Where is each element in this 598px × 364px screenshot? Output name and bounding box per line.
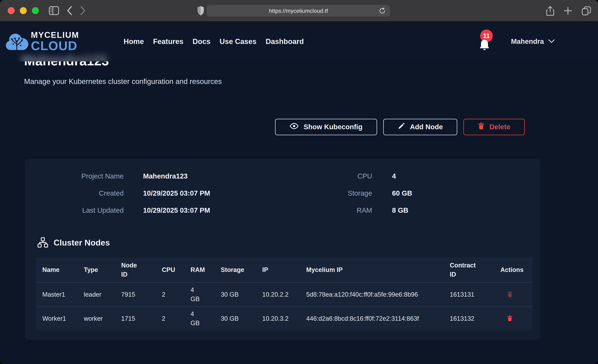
nav-link-dashboard[interactable]: Dashboard — [266, 37, 304, 46]
new-tab-icon[interactable] — [564, 6, 573, 15]
chevron-down-icon — [548, 39, 555, 44]
sidebar-toggle-icon[interactable] — [49, 6, 59, 15]
col-header-mycelium-ip: Mycelium IP — [300, 265, 444, 274]
delete-label: Delete — [490, 123, 510, 131]
created-value: 10/29/2025 03:07 PM — [143, 188, 210, 199]
node-cpu: 2 — [156, 290, 184, 299]
cpu-value: 4 — [392, 171, 396, 182]
info-row-cpu: CPU 4 — [297, 171, 530, 182]
page-subtitle: Manage your Kubernetes cluster configura… — [24, 77, 598, 86]
back-icon[interactable] — [67, 6, 72, 15]
user-menu[interactable]: Mahendra — [511, 38, 555, 45]
trash-icon — [507, 315, 513, 322]
nodes-table: Name Type Node ID CPU RAM Storage IP Myc… — [36, 257, 532, 331]
storage-value: 60 GB — [392, 188, 412, 199]
node-contract-id: 1613131 — [444, 290, 494, 299]
node-id: 7915 — [115, 290, 156, 299]
tab-overview-icon[interactable] — [581, 6, 591, 16]
nav-link-docs[interactable]: Docs — [192, 37, 210, 46]
cluster-details-panel: Project Name Mahendra123 Created 10/29/2… — [25, 159, 540, 340]
add-node-label: Add Node — [410, 123, 443, 131]
info-row-created: Created 10/29/2025 03:07 PM — [25, 188, 297, 199]
blurred-title-behind-navbar: Mahendra123 — [22, 52, 106, 61]
node-actions — [494, 291, 532, 298]
node-mycelium-ip: 5d8:78ea:a120:f40c:ff0f:a5fe:99e6:8b96 — [300, 290, 444, 299]
browser-window: https://myceliumcloud.tf — [0, 0, 598, 364]
col-header-storage: Storage — [215, 265, 256, 274]
ram-value: 8 GB — [392, 205, 408, 216]
col-header-contract-id: Contract ID — [444, 261, 494, 279]
col-header-type: Type — [78, 265, 115, 274]
share-icon[interactable] — [546, 6, 555, 16]
ram-label: RAM — [297, 205, 372, 216]
nodes-table-header: Name Type Node ID CPU RAM Storage IP Myc… — [36, 257, 532, 282]
created-label: Created — [25, 188, 124, 199]
add-node-button[interactable]: Add Node — [383, 119, 457, 135]
col-header-cpu: CPU — [156, 265, 184, 274]
privacy-shield-icon[interactable] — [197, 6, 205, 16]
storage-label: Storage — [297, 188, 372, 199]
logo-word-mycelium: MYCELIUM — [31, 31, 79, 39]
trash-icon — [507, 291, 513, 298]
col-header-name: Name — [36, 265, 78, 274]
forward-icon[interactable] — [80, 6, 86, 15]
user-name: Mahendra — [511, 38, 544, 45]
node-ram: 4 GB — [184, 309, 215, 328]
delete-node-button[interactable] — [507, 315, 513, 322]
reload-icon[interactable] — [379, 7, 386, 14]
cluster-info: Project Name Mahendra123 Created 10/29/2… — [25, 171, 540, 216]
node-contract-id: 1613132 — [444, 314, 494, 323]
address-bar[interactable]: https://myceliumcloud.tf — [207, 5, 390, 17]
notifications-button[interactable]: 11 — [479, 32, 491, 51]
cluster-nodes-icon — [37, 237, 48, 248]
top-navbar: Mahendra123 — [0, 22, 598, 61]
node-storage: 30 GB — [215, 290, 256, 299]
project-name-value: Mahendra123 — [143, 171, 188, 182]
show-kubeconfig-button[interactable]: Show Kubeconfig — [275, 119, 377, 135]
delete-node-button[interactable] — [507, 291, 513, 298]
node-type: leader — [78, 290, 115, 299]
node-name: Master1 — [36, 290, 78, 299]
col-header-actions: Actions — [494, 265, 532, 274]
table-row: Worker1 worker 1715 2 4 GB 30 GB 10.20.3… — [36, 306, 532, 331]
info-row-storage: Storage 60 GB — [297, 188, 530, 199]
info-row-project-name: Project Name Mahendra123 — [25, 171, 297, 182]
info-row-ram: RAM 8 GB — [297, 205, 530, 216]
nav-link-features[interactable]: Features — [153, 37, 183, 46]
table-row: Master1 leader 7915 2 4 GB 30 GB 10.20.2… — [36, 282, 532, 306]
minimize-window-button[interactable] — [20, 7, 27, 14]
zoom-window-button[interactable] — [32, 7, 39, 14]
nav-links: Home Features Docs Use Cases Dashboard — [124, 37, 304, 46]
delete-cluster-button[interactable]: Delete — [463, 119, 525, 135]
node-ram: 4 GB — [184, 285, 215, 304]
trash-icon — [478, 123, 484, 131]
nav-link-use-cases[interactable]: Use Cases — [220, 37, 257, 46]
nav-link-home[interactable]: Home — [124, 37, 144, 46]
last-updated-value: 10/29/2025 03:07 PM — [143, 205, 210, 216]
eye-icon — [290, 123, 299, 131]
traffic-lights — [8, 7, 39, 14]
node-type: worker — [78, 314, 115, 323]
logo-word-cloud: CLOUD — [31, 40, 79, 52]
node-mycelium-ip: 446:d2a6:8bcd:8c16:ff0f:72e2:3114:863f — [300, 314, 444, 323]
col-header-ram: RAM — [184, 265, 215, 274]
node-storage: 30 GB — [215, 314, 256, 323]
node-actions — [494, 315, 532, 322]
bell-icon — [479, 39, 490, 51]
page: Mahendra123 — [0, 22, 598, 364]
cluster-nodes-title: Cluster Nodes — [54, 238, 110, 248]
mycelium-cloud-logo[interactable]: MYCELIUM CLOUD — [5, 30, 79, 53]
col-header-ip: IP — [256, 265, 300, 274]
cluster-actions: Show Kubeconfig Add Node — [0, 119, 525, 135]
node-name: Worker1 — [36, 314, 78, 323]
last-updated-label: Last Updated — [25, 205, 124, 216]
node-ip: 10.20.3.2 — [256, 314, 300, 323]
browser-toolbar: https://myceliumcloud.tf — [0, 0, 598, 22]
close-window-button[interactable] — [8, 7, 15, 14]
node-cpu: 2 — [156, 314, 184, 323]
pencil-icon — [398, 123, 405, 131]
col-header-node-id: Node ID — [115, 261, 156, 279]
cluster-nodes-heading: Cluster Nodes — [37, 237, 540, 248]
info-row-last-updated: Last Updated 10/29/2025 03:07 PM — [25, 205, 297, 216]
node-id: 1715 — [115, 314, 156, 323]
